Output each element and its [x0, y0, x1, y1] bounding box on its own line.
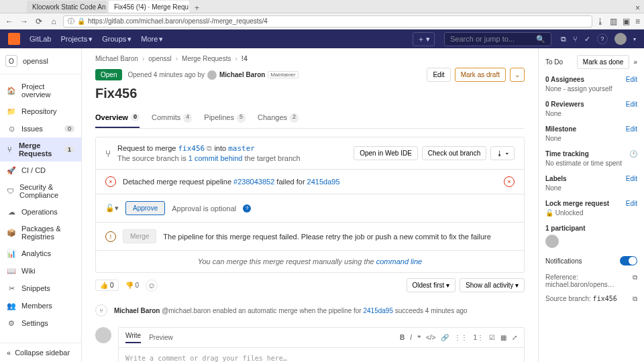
bullet-list-icon[interactable]: ⋮⋮ [454, 334, 468, 341]
collapse-right-icon[interactable]: » [633, 58, 637, 66]
comment-textarea[interactable]: Write a comment or drag your files here… [119, 348, 524, 362]
breadcrumb-item[interactable]: Michael Baron [95, 55, 138, 62]
sidebar-item-settings[interactable]: ⚙Settings [0, 314, 81, 332]
copy-icon[interactable]: ⧉ [207, 144, 212, 152]
edit-reviewers[interactable]: Edit [626, 101, 637, 108]
edit-assignees[interactable]: Edit [626, 76, 637, 83]
sidebar-item-operations[interactable]: ☁Operations [0, 203, 81, 221]
breadcrumb-item[interactable]: openssl [148, 55, 171, 62]
mark-done-button[interactable]: Mark as done [577, 55, 630, 69]
merge-requests-icon[interactable]: ⑂ [573, 35, 578, 43]
commit-link[interactable]: 2415da95 [363, 307, 393, 314]
checkout-button[interactable]: Check out branch [422, 146, 486, 160]
bookmarks-icon[interactable]: ▥ [610, 17, 617, 26]
download-dropdown[interactable]: ⭳ ▾ [490, 146, 515, 160]
sidebar-item-wiki[interactable]: 📖Wiki [0, 262, 81, 280]
sidebar-item-packages[interactable]: 📦Packages & Registries [0, 221, 81, 245]
quote-icon[interactable]: ❝ [417, 334, 421, 341]
collapse-sidebar-button[interactable]: «Collapse sidebar [0, 343, 81, 362]
clock-icon[interactable]: 🕐 [629, 150, 637, 158]
activity-filter-dropdown[interactable]: Show all activity ▾ [460, 278, 525, 292]
browser-tab[interactable]: Klocwork Static Code An× [27, 1, 107, 13]
reload-icon[interactable]: ⟳ [34, 17, 44, 26]
participant-avatar[interactable] [545, 235, 559, 248]
edit-button[interactable]: Edit [427, 68, 450, 82]
approve-button[interactable]: Approve [125, 201, 165, 215]
forward-icon[interactable]: → [19, 17, 30, 26]
code-icon[interactable]: </> [426, 334, 435, 341]
close-window-icon[interactable]: × [631, 3, 644, 13]
download-icon[interactable]: ⭳ [596, 17, 604, 26]
pipeline-fail-icon[interactable]: × [504, 176, 515, 187]
number-list-icon[interactable]: 1⋮ [473, 334, 484, 341]
sidebar-item-analytics[interactable]: 📊Analytics [0, 245, 81, 262]
write-tab[interactable]: Write [125, 332, 141, 343]
info-icon[interactable]: ? [243, 204, 251, 213]
back-icon[interactable]: ← [4, 17, 15, 26]
url-bar[interactable]: ⓘ 🔒 https://gitlab.com/michael.baron/ope… [63, 15, 592, 27]
copy-icon[interactable]: ⧉ [633, 274, 637, 288]
gitlab-logo-icon[interactable] [8, 33, 20, 45]
assign-yourself-link[interactable]: None - assign yourself [545, 85, 637, 93]
thumbs-up-button[interactable]: 👍0 [95, 280, 119, 291]
home-icon[interactable]: ⌂ [48, 17, 59, 26]
sort-dropdown[interactable]: Oldest first ▾ [407, 278, 456, 292]
author-avatar[interactable] [207, 70, 217, 80]
sidebar-item-merge-requests[interactable]: ⑂Merge Requests1 [0, 137, 81, 162]
search-input[interactable]: Search or jump to...🔍 [444, 32, 551, 46]
copy-icon[interactable]: ⧉ [633, 295, 637, 303]
task-list-icon[interactable]: ☑ [489, 334, 495, 341]
menu-icon[interactable]: ≡ [635, 17, 640, 26]
tab-changes[interactable]: Changes2 [258, 108, 299, 128]
chevron-down-icon: ▾ [426, 35, 430, 44]
sidebar-icon[interactable]: ▣ [623, 17, 630, 26]
preview-tab[interactable]: Preview [149, 334, 173, 341]
sidebar-item-repository[interactable]: 📁Repository [0, 103, 81, 120]
sidebar-item-issues[interactable]: ⊙Issues0 [0, 120, 81, 137]
sidebar-item-security[interactable]: 🛡Security & Compliance [0, 179, 81, 203]
plus-menu[interactable]: ＋▾ [413, 32, 435, 46]
tab-pipelines[interactable]: Pipelines5 [204, 108, 246, 128]
commit-link[interactable]: 2415da95 [307, 178, 340, 186]
info-icon[interactable]: ⓘ [68, 17, 74, 26]
link-icon[interactable]: 🔗 [441, 334, 449, 341]
sidebar-item-snippets[interactable]: ✂Snippets [0, 280, 81, 297]
comment-editor: Write Preview B I ❝ </> 🔗 ⋮⋮ 1⋮ ☑ ▦ [95, 327, 525, 362]
edit-milestone[interactable]: Edit [626, 125, 637, 133]
issues-icon[interactable]: ⧉ [561, 35, 566, 44]
sidebar-item-members[interactable]: 👥Members [0, 297, 81, 314]
groups-menu[interactable]: Groups▾ [102, 35, 131, 44]
bold-icon[interactable]: B [400, 334, 405, 341]
mr-actions-dropdown[interactable]: ⌄ [510, 68, 525, 82]
edit-lock[interactable]: Edit [626, 200, 637, 207]
notifications-toggle[interactable] [620, 256, 637, 265]
mr-tabs: Overview0 Commits4 Pipelines5 Changes2 [95, 108, 525, 129]
mark-as-draft-button[interactable]: Mark as draft [455, 68, 506, 82]
commits-behind-link[interactable]: 1 commit behind [189, 154, 243, 162]
tab-commits[interactable]: Commits4 [152, 108, 192, 128]
fullscreen-icon[interactable]: ⤢ [512, 334, 517, 341]
emoji-picker-button[interactable]: ☺ [146, 280, 158, 292]
breadcrumb-item[interactable]: Merge Requests [182, 55, 231, 62]
sidebar-item-cicd[interactable]: 🚀CI / CD [0, 162, 81, 179]
italic-icon[interactable]: I [410, 334, 412, 341]
thumbs-down-button[interactable]: 👎0 [125, 282, 140, 289]
pipeline-link[interactable]: #238043852 [233, 178, 274, 186]
command-line-link[interactable]: command line [376, 257, 422, 265]
help-icon[interactable]: ? [597, 34, 608, 44]
new-tab-button[interactable]: + [191, 3, 203, 13]
table-icon[interactable]: ▦ [500, 334, 506, 341]
todos-icon[interactable]: ✓ [584, 35, 590, 44]
more-menu[interactable]: More▾ [141, 35, 163, 44]
projects-menu[interactable]: Projects▾ [60, 35, 93, 44]
sidebar-item-overview[interactable]: 🏠Project overview [0, 78, 81, 103]
project-header[interactable]: O openssl [0, 48, 81, 74]
edit-labels[interactable]: Edit [626, 175, 637, 182]
browser-tab[interactable]: Fix456 (!4) · Merge Requ× [109, 1, 189, 13]
browser-tabs: Klocwork Static Code An× Fix456 (!4) · M… [0, 0, 644, 13]
open-web-ide-button[interactable]: Open in Web IDE [354, 146, 418, 160]
user-avatar[interactable] [614, 33, 627, 45]
chevron-down-icon[interactable]: ▾ [633, 36, 636, 42]
tab-overview[interactable]: Overview0 [95, 108, 140, 128]
brand[interactable]: GitLab [30, 35, 51, 43]
